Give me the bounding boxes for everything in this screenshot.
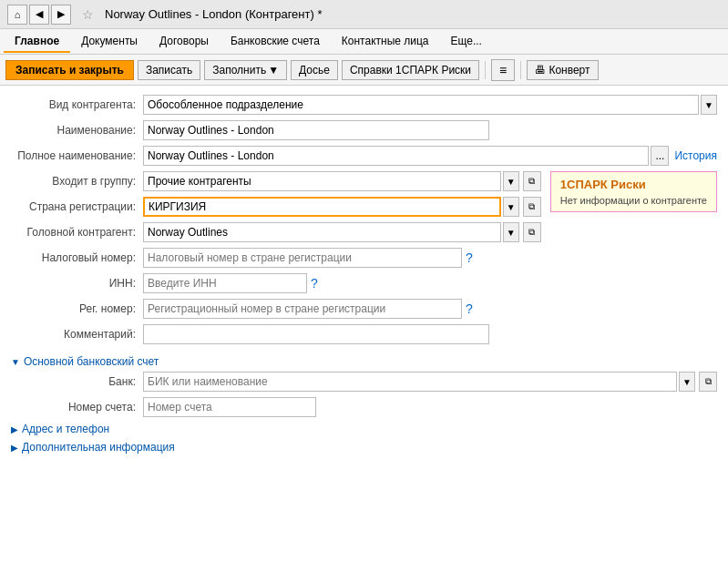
country-arrow-icon[interactable]: ▼ (503, 197, 519, 217)
tab-dogovory[interactable]: Договоры (149, 31, 220, 53)
separator (485, 61, 486, 79)
vid-label: Вид контрагента: (11, 98, 143, 111)
account-input[interactable] (143, 397, 316, 417)
save-button[interactable]: Записать (138, 60, 200, 80)
group-copy-icon[interactable]: ⧉ (523, 171, 541, 191)
main-content: Вид контрагента: ▼ Наименование: Полное … (0, 86, 728, 582)
vid-row: Вид контрагента: ▼ (11, 95, 717, 115)
tax-control: ? (143, 248, 541, 268)
group-label: Входит в группу: (11, 175, 143, 188)
comment-control (143, 324, 541, 344)
fullname-input-wrap: ... История (143, 146, 717, 166)
name-row: Наименование: (11, 120, 717, 140)
bank-select-wrap: ▼ ⧉ (143, 372, 717, 392)
back-button[interactable]: ◀ (29, 5, 49, 25)
head-arrow-icon[interactable]: ▼ (503, 222, 519, 242)
spark-info-text: Нет информации о контрагенте (560, 195, 707, 206)
history-link[interactable]: История (674, 149, 717, 162)
bank-input[interactable] (143, 372, 677, 392)
country-control: ▼ ⧉ (143, 197, 541, 217)
inn-label: ИНН: (11, 277, 143, 290)
home-button[interactable]: ⌂ (7, 5, 27, 25)
country-input[interactable] (143, 197, 501, 217)
account-label: Номер счета: (11, 401, 143, 414)
vid-select-wrap: ▼ (143, 95, 717, 115)
vid-input[interactable] (143, 95, 699, 115)
group-arrow-icon[interactable]: ▼ (503, 171, 519, 191)
inn-help-icon[interactable]: ? (311, 276, 318, 291)
inn-control: ? (143, 273, 541, 293)
fullname-row: Полное наименование: ... История (11, 146, 717, 166)
fullname-dots-button[interactable]: ... (651, 146, 669, 166)
fill-arrow-icon: ▼ (268, 64, 279, 77)
vid-dropdown-arrow-icon[interactable]: ▼ (701, 95, 717, 115)
printer-icon: 🖶 (535, 64, 546, 77)
spark-button[interactable]: Справки 1СПАРК Риски (342, 60, 479, 80)
comment-input[interactable] (143, 324, 489, 344)
inn-input[interactable] (143, 273, 307, 293)
spark-panel: 1СПАРК Риски Нет информации о контрагент… (550, 171, 717, 212)
list-icon-button[interactable]: ≡ (491, 59, 515, 81)
nav-buttons: ⌂ ◀ ▶ (7, 5, 71, 25)
bank-arrow-icon[interactable]: ▼ (679, 372, 695, 392)
reg-control: ? (143, 299, 541, 319)
country-label: Страна регистрации: (11, 200, 143, 213)
convert-label: Конверт (549, 64, 590, 77)
tax-row: Налоговый номер: ? (11, 248, 541, 268)
reg-row: Рег. номер: ? (11, 299, 541, 319)
tab-contacts[interactable]: Контактные лица (331, 31, 440, 53)
address-toggle-icon: ▶ (11, 424, 18, 434)
country-select-wrap: ▼ ⧉ (143, 197, 541, 217)
reg-label: Рег. номер: (11, 302, 143, 315)
bank-copy-icon[interactable]: ⧉ (699, 372, 717, 392)
save-close-button[interactable]: Записать и закрыть (5, 60, 134, 80)
name-input[interactable] (143, 120, 489, 140)
tab-eshche[interactable]: Еще... (440, 31, 493, 53)
page-title: Norway Outlines - London (Контрагент) * (105, 7, 322, 21)
head-control: ▼ ⧉ (143, 222, 541, 242)
reg-help-icon[interactable]: ? (466, 301, 473, 316)
inn-row: ИНН: ? (11, 273, 541, 293)
head-copy-icon[interactable]: ⧉ (523, 222, 541, 242)
group-spark-area: Входит в группу: ▼ ⧉ Страна регистрации:… (11, 171, 717, 350)
tab-bank[interactable]: Банковские счета (220, 31, 331, 53)
group-input[interactable] (143, 171, 501, 191)
convert-button[interactable]: 🖶 Конверт (527, 60, 598, 80)
address-section-label: Адрес и телефон (22, 423, 109, 435)
head-label: Головной контрагент: (11, 226, 143, 239)
bank-section-header[interactable]: ▼ Основной банковский счет (11, 355, 717, 368)
tax-help-icon[interactable]: ? (466, 250, 473, 265)
group-control: ▼ ⧉ (143, 171, 541, 191)
dossier-button[interactable]: Досье (291, 60, 338, 80)
bank-control: ▼ ⧉ (143, 372, 717, 392)
tab-glavnoe[interactable]: Главное (4, 31, 70, 53)
head-select-wrap: ▼ ⧉ (143, 222, 541, 242)
head-row: Головной контрагент: ▼ ⧉ (11, 222, 541, 242)
left-form-area: Входит в группу: ▼ ⧉ Страна регистрации:… (11, 171, 541, 350)
name-control (143, 120, 717, 140)
bank-section-label: Основной банковский счет (24, 355, 159, 368)
tax-input[interactable] (143, 248, 462, 268)
bank-row: Банк: ▼ ⧉ (11, 372, 717, 392)
comment-label: Комментарий: (11, 328, 143, 341)
comment-row: Комментарий: (11, 324, 541, 344)
vid-control: ▼ (143, 95, 717, 115)
fullname-input[interactable] (143, 146, 649, 166)
tab-dokumenty[interactable]: Документы (70, 31, 149, 53)
separator2 (520, 61, 521, 79)
tax-label: Налоговый номер: (11, 251, 143, 264)
fullname-label: Полное наименование: (11, 149, 143, 162)
bank-label: Банк: (11, 375, 143, 388)
toolbar: Записать и закрыть Записать Заполнить ▼ … (0, 55, 728, 86)
fill-button[interactable]: Заполнить ▼ (204, 60, 287, 80)
reg-input[interactable] (143, 299, 462, 319)
fill-label: Заполнить (212, 64, 266, 77)
forward-button[interactable]: ▶ (51, 5, 71, 25)
country-copy-icon[interactable]: ⧉ (523, 197, 541, 217)
favorite-star-icon[interactable]: ☆ (82, 7, 94, 22)
group-row: Входит в группу: ▼ ⧉ (11, 171, 541, 191)
address-section-header[interactable]: ▶ Адрес и телефон (11, 423, 717, 435)
head-input[interactable] (143, 222, 501, 242)
bank-toggle-icon: ▼ (11, 357, 20, 367)
extra-section-header[interactable]: ▶ Дополнительная информация (11, 441, 717, 454)
